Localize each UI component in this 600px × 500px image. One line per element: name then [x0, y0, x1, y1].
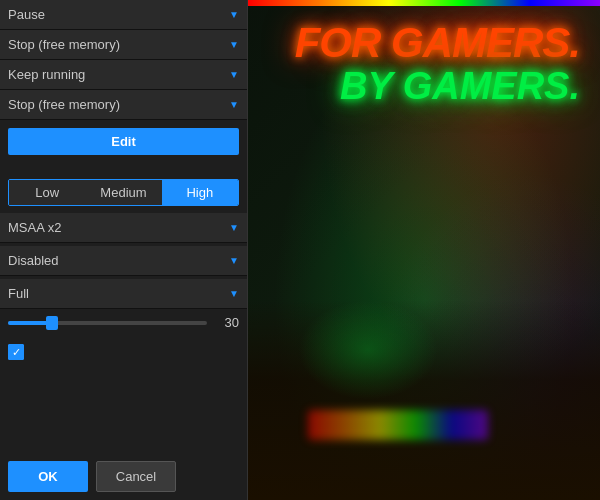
disabled-label: Disabled — [8, 253, 225, 268]
full-dropdown[interactable]: Full ▼ — [0, 279, 247, 309]
full-arrow-icon: ▼ — [229, 288, 239, 299]
stop-free-1-label: Stop (free memory) — [8, 37, 225, 52]
msaa-arrow-icon: ▼ — [229, 222, 239, 233]
slider-thumb[interactable] — [46, 316, 58, 330]
slider-track[interactable] — [8, 321, 207, 325]
stop-free-1-dropdown[interactable]: Stop (free memory) ▼ — [0, 30, 247, 60]
bottom-buttons: OK Cancel — [0, 453, 247, 500]
slider-value: 30 — [215, 315, 239, 330]
checkbox-row: ✓ — [0, 336, 247, 368]
keep-running-arrow-icon: ▼ — [229, 69, 239, 80]
cancel-button[interactable]: Cancel — [96, 461, 176, 492]
stop-free-2-dropdown[interactable]: Stop (free memory) ▼ — [0, 90, 247, 120]
disabled-dropdown[interactable]: Disabled ▼ — [0, 246, 247, 276]
keep-running-label: Keep running — [8, 67, 225, 82]
gaming-background: FOR GAMERS. BY GAMERS. — [248, 0, 600, 500]
settings-panel: Pause ▼ Stop (free memory) ▼ Keep runnin… — [0, 0, 248, 500]
keep-running-dropdown[interactable]: Keep running ▼ — [0, 60, 247, 90]
pause-dropdown[interactable]: Pause ▼ — [0, 0, 247, 30]
stop-free-2-arrow-icon: ▼ — [229, 99, 239, 110]
full-label: Full — [8, 286, 225, 301]
slider-row: 30 — [0, 309, 247, 336]
background-panel: FOR GAMERS. BY GAMERS. — [248, 0, 600, 500]
msaa-label: MSAA x2 — [8, 220, 225, 235]
pause-label: Pause — [8, 7, 225, 22]
check-icon: ✓ — [12, 346, 21, 359]
msaa-dropdown[interactable]: MSAA x2 ▼ — [0, 213, 247, 243]
spacer — [0, 163, 247, 175]
neon-sign-line1: FOR GAMERS. — [248, 10, 600, 66]
stop-free-2-label: Stop (free memory) — [8, 97, 225, 112]
stop-free-1-arrow-icon: ▼ — [229, 39, 239, 50]
ok-button[interactable]: OK — [8, 461, 88, 492]
disabled-arrow-icon: ▼ — [229, 255, 239, 266]
tab-high[interactable]: High — [162, 180, 238, 205]
checkbox[interactable]: ✓ — [8, 344, 24, 360]
rainbow-border — [248, 0, 600, 6]
neon-sign-line2: BY GAMERS. — [248, 66, 600, 108]
quality-tabs: Low Medium High — [8, 179, 239, 206]
monitor-glow — [298, 300, 438, 400]
edit-button[interactable]: Edit — [8, 128, 239, 155]
tab-low[interactable]: Low — [9, 180, 85, 205]
tab-medium[interactable]: Medium — [85, 180, 161, 205]
keyboard-glow — [308, 410, 488, 440]
pause-arrow-icon: ▼ — [229, 9, 239, 20]
